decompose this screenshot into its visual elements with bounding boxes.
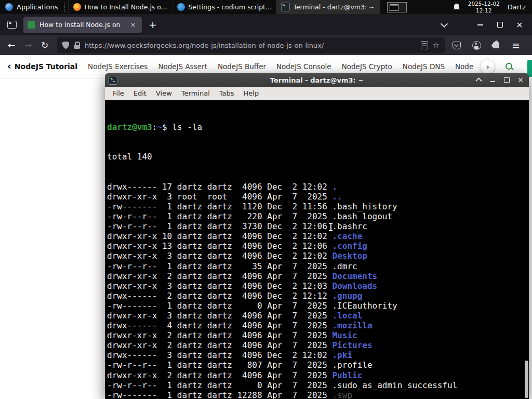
ls-meta: drwxr-xr-x 10 dartz dartz 4096 Dec 2 12:… (107, 231, 332, 241)
new-tab-button[interactable]: + (145, 18, 160, 32)
prompt-sign: $ (162, 122, 167, 132)
forward-button[interactable]: → (20, 37, 36, 53)
ls-meta: -rw-r--r-- 1 dartz dartz 35 Apr 7 2025 (107, 261, 332, 271)
terminal-close-button[interactable]: × (516, 75, 525, 85)
active-tab[interactable]: How to Install Node.js on × (23, 17, 142, 33)
site-nav-item[interactable]: Node (455, 62, 473, 71)
terminal-menubar: FileEditViewTerminalTabsHelp (105, 87, 529, 100)
site-nav-item[interactable]: NodeJS Exercises (88, 62, 148, 71)
tab-title: How to Install Node.js on (39, 21, 124, 29)
reader-mode-icon[interactable] (421, 41, 428, 49)
clock-time: 12:12 (468, 7, 500, 14)
account-button[interactable] (469, 38, 484, 52)
ls-row: drwxr-xr-x 3 dartz dartz 4096 Dec 2 12:0… (107, 251, 529, 261)
terminal-maximize-button[interactable] (502, 75, 511, 85)
ls-row: drwxr-xr-x 2 dartz dartz 4096 Apr 7 2025… (107, 340, 529, 350)
prompt-path: ~ (157, 122, 162, 132)
back-button[interactable]: ← (3, 37, 20, 53)
site-nav-items: NodeJS ExercisesNodeJS AssertNodeJS Buff… (88, 62, 473, 71)
terminal-menu-help[interactable]: Help (239, 89, 264, 97)
terminal-menu-view[interactable]: View (151, 89, 177, 97)
subnav-back-item[interactable]: ‹ NodeJS Tutorial (7, 62, 77, 71)
panel-clock[interactable]: 2025-12-02 12:12 (468, 1, 500, 14)
ls-row: -rw------- 1 dartz dartz 12288 Apr 7 202… (107, 390, 529, 399)
browser-minimize-button[interactable] (473, 18, 487, 32)
ls-name: .pki (332, 350, 352, 360)
ls-row: -rw------- 1 dartz dartz 1120 Dec 2 11:5… (107, 202, 529, 211)
terminal-titlebar[interactable]: Terminal - dartz@vm3: ~ × (105, 73, 529, 87)
prompt-user-host: dartz@vm3 (107, 122, 152, 132)
url-bar[interactable]: https://www.geeksforgeeks.org/node-js/in… (57, 37, 445, 53)
site-nav-item[interactable]: NodeJS DNS (403, 62, 445, 71)
ls-name: .. (332, 192, 342, 202)
top-panel: Applications How to Install Node.js o...… (0, 0, 532, 14)
ls-name: .local (332, 311, 362, 321)
ls-row: drwxr-xr-x 2 dartz dartz 4096 Apr 7 2025… (107, 330, 529, 340)
chevron-left-icon: ‹ (7, 61, 11, 71)
terminal-menu-file[interactable]: File (108, 89, 129, 97)
user-menu[interactable]: Dartz (508, 3, 528, 11)
tab-bar: How to Install Node.js on × + × (0, 14, 532, 35)
mouse-ibeam-cursor (328, 223, 333, 231)
site-nav-item[interactable]: NodeJS Assert (158, 62, 207, 71)
ls-row: drwx------ 3 dartz dartz 4096 Dec 2 12:0… (107, 350, 529, 360)
ls-meta: -rw-r--r-- 1 dartz dartz 3730 Dec 2 12:0… (107, 221, 332, 231)
app-menu-button[interactable]: ≡ (508, 38, 524, 52)
bookmark-star-icon[interactable]: ☆ (433, 41, 440, 50)
ls-name: .bashrc (332, 221, 367, 231)
ls-name: .config (332, 241, 367, 251)
url-text[interactable]: https://www.geeksforgeeks.org/node-js/in… (85, 42, 416, 49)
ls-row: drwxr-xr-x 2 dartz dartz 4096 Apr 7 2025… (107, 370, 529, 380)
terminal-menu-edit[interactable]: Edit (129, 89, 151, 97)
firefox-view-button[interactable] (4, 17, 20, 33)
browser-close-button[interactable]: × (512, 18, 527, 32)
ls-name: .bash_logout (332, 211, 392, 221)
applications-icon (5, 3, 13, 11)
ls-meta: drwxr-xr-x 2 dartz dartz 4096 Apr 7 2025 (107, 370, 332, 380)
taskbar-item-codium[interactable]: Settings - codium script... (172, 0, 276, 14)
site-nav-item[interactable]: NodeJS Console (276, 62, 331, 71)
applications-menu-button[interactable]: Applications (0, 0, 63, 14)
reload-button[interactable]: ↻ (36, 37, 53, 53)
terminal-scrollbar-thumb[interactable] (525, 361, 528, 398)
taskbar-item-terminal[interactable]: Terminal - dartz@vm3: ~ (276, 0, 380, 14)
ls-meta: drwxr-xr-x 2 dartz dartz 4096 Apr 7 2025 (107, 271, 332, 281)
site-nav-item[interactable]: NodeJS Buffer (218, 62, 266, 71)
tab-close-icon[interactable]: × (128, 20, 138, 30)
navigation-toolbar: ← → ↻ https://www.geeksforgeeks.org/node… (0, 35, 532, 55)
ls-row: drwx------ 2 dartz dartz 4096 Dec 2 12:1… (107, 291, 529, 301)
terminal-screen[interactable]: dartz@vm3:~$ ls -la total 140 drwx------… (105, 100, 529, 399)
site-nav-item[interactable]: NodeJS Crypto (342, 62, 392, 71)
ls-name: .swp (332, 390, 352, 399)
minimize-icon (490, 81, 495, 82)
terminal-menu-terminal[interactable]: Terminal (177, 89, 215, 97)
ls-meta: drwx------ 2 dartz dartz 4096 Dec 2 12:1… (107, 291, 332, 301)
ls-row: -rw------- 1 dartz dartz 0 Apr 7 2025 .I… (107, 301, 529, 311)
ls-meta: drwxr-xr-x 3 root root 4096 Apr 7 2025 (107, 192, 332, 202)
prompt-line: dartz@vm3:~$ ls -la (107, 122, 529, 132)
subnav-scroll-right-button[interactable]: › (481, 60, 495, 74)
terminal-menu-tabs[interactable]: Tabs (215, 89, 239, 97)
notification-bell-icon[interactable] (453, 4, 460, 10)
extensions-button[interactable] (488, 38, 504, 52)
workspace-switcher[interactable] (387, 2, 407, 12)
ls-name: .mozilla (332, 321, 372, 330)
tracking-protection-shield-icon[interactable] (62, 42, 69, 49)
taskbar-item-firefox[interactable]: How to Install Node.js o... (68, 0, 172, 14)
codium-icon (177, 3, 185, 11)
terminal-window-buttons: × (474, 75, 525, 85)
ls-name: .ICEauthority (332, 301, 397, 311)
ls-row: drwx------ 17 dartz dartz 4096 Dec 2 12:… (107, 182, 529, 192)
list-all-tabs-button[interactable] (437, 18, 451, 32)
browser-maximize-button[interactable] (493, 18, 507, 32)
minimize-icon (477, 24, 483, 25)
terminal-minimize-button[interactable] (488, 75, 497, 85)
ls-row: -rw-r--r-- 1 dartz dartz 3730 Dec 2 12:0… (107, 221, 529, 231)
search-icon[interactable] (505, 62, 514, 71)
lock-icon[interactable] (74, 42, 80, 49)
applications-label: Applications (17, 3, 58, 11)
terminal-app-icon (109, 76, 117, 85)
terminal-shade-button[interactable] (474, 75, 483, 85)
pocket-icon (453, 42, 461, 49)
pocket-button[interactable] (449, 38, 464, 52)
